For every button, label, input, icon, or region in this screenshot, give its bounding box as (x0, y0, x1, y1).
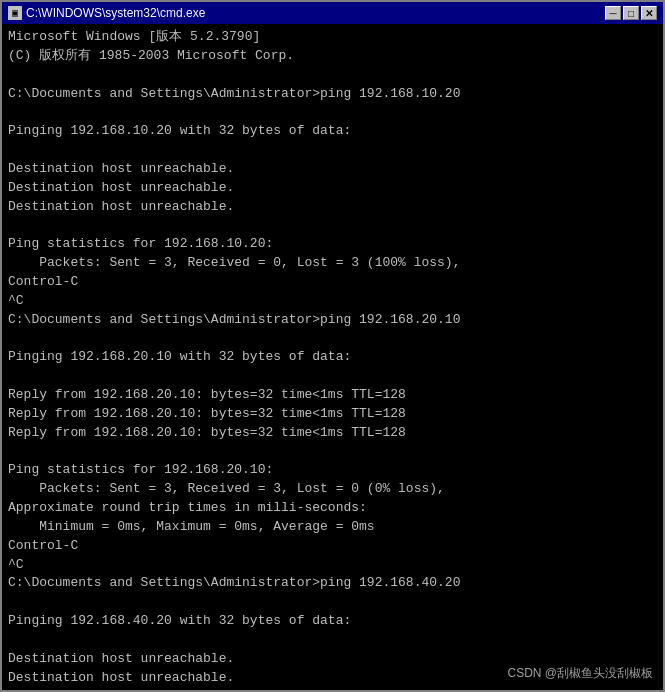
maximize-button[interactable]: □ (623, 6, 639, 20)
terminal-line: Destination host unreachable. (8, 198, 657, 217)
terminal-line: Destination host unreachable. (8, 179, 657, 198)
terminal-line: Reply from 192.168.20.10: bytes=32 time<… (8, 405, 657, 424)
terminal-line (8, 367, 657, 386)
terminal-content: Microsoft Windows [版本 5.2.3790](C) 版权所有 … (2, 24, 663, 690)
terminal-line (8, 593, 657, 612)
terminal-line: Control-C (8, 537, 657, 556)
cmd-icon: ▣ (8, 6, 22, 20)
terminal-line: Destination host unreachable. (8, 160, 657, 179)
terminal-line: Approximate round trip times in milli-se… (8, 499, 657, 518)
terminal-line: (C) 版权所有 1985-2003 Microsoft Corp. (8, 47, 657, 66)
terminal-line: Packets: Sent = 3, Received = 3, Lost = … (8, 480, 657, 499)
terminal-line (8, 631, 657, 650)
watermark: CSDN @刮椒鱼头没刮椒板 (507, 665, 653, 682)
cmd-window: ▣ C:\WINDOWS\system32\cmd.exe ─ □ ✕ Micr… (0, 0, 665, 692)
terminal-line (8, 216, 657, 235)
window-title: C:\WINDOWS\system32\cmd.exe (26, 6, 205, 20)
terminal-line (8, 330, 657, 349)
terminal-line: ^C (8, 292, 657, 311)
title-bar-left: ▣ C:\WINDOWS\system32\cmd.exe (8, 6, 205, 20)
terminal-line: Reply from 192.168.20.10: bytes=32 time<… (8, 386, 657, 405)
minimize-button[interactable]: ─ (605, 6, 621, 20)
terminal-line (8, 443, 657, 462)
terminal-line: Ping statistics for 192.168.10.20: (8, 235, 657, 254)
title-bar: ▣ C:\WINDOWS\system32\cmd.exe ─ □ ✕ (2, 2, 663, 24)
terminal-line (8, 103, 657, 122)
terminal-line: C:\Documents and Settings\Administrator>… (8, 85, 657, 104)
terminal-line: Control-C (8, 273, 657, 292)
close-button[interactable]: ✕ (641, 6, 657, 20)
terminal-line: Ping statistics for 192.168.20.10: (8, 461, 657, 480)
terminal-line (8, 141, 657, 160)
terminal-line: Reply from 192.168.20.10: bytes=32 time<… (8, 424, 657, 443)
terminal-line: Pinging 192.168.20.10 with 32 bytes of d… (8, 348, 657, 367)
terminal-line: Microsoft Windows [版本 5.2.3790] (8, 28, 657, 47)
terminal-line: ^C (8, 556, 657, 575)
terminal-line: Minimum = 0ms, Maximum = 0ms, Average = … (8, 518, 657, 537)
terminal-line (8, 688, 657, 690)
title-bar-buttons[interactable]: ─ □ ✕ (605, 6, 657, 20)
terminal-line: C:\Documents and Settings\Administrator>… (8, 574, 657, 593)
terminal-line: Pinging 192.168.40.20 with 32 bytes of d… (8, 612, 657, 631)
terminal-line: Packets: Sent = 3, Received = 0, Lost = … (8, 254, 657, 273)
terminal-line: C:\Documents and Settings\Administrator>… (8, 311, 657, 330)
terminal-line (8, 66, 657, 85)
terminal-line: Pinging 192.168.10.20 with 32 bytes of d… (8, 122, 657, 141)
